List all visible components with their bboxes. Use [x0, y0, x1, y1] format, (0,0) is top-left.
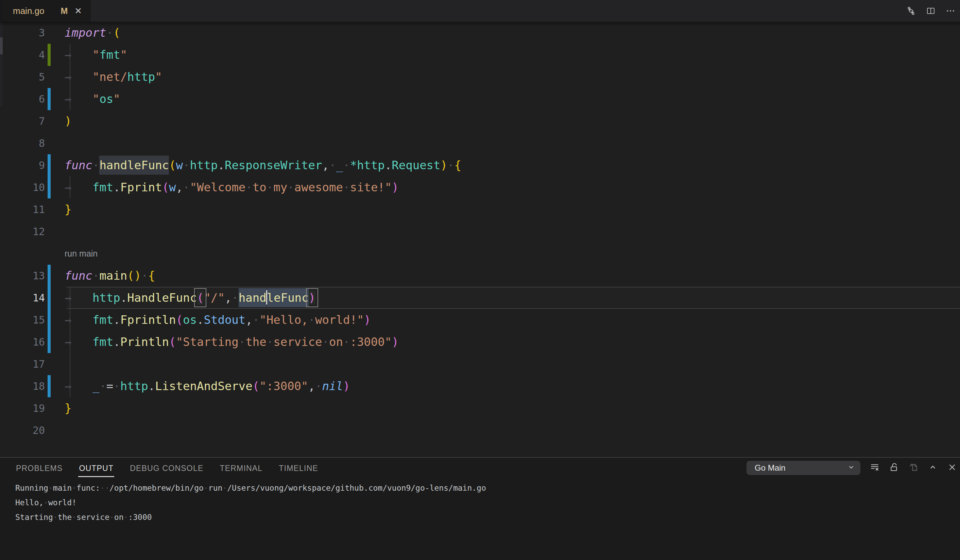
bottom-panel: PROBLEMSOUTPUTDEBUG CONSOLETERMINALTIMEL…	[0, 457, 960, 560]
output-line: Starting·the·service·on·:3000	[15, 510, 960, 525]
code-line[interactable]: 16→ fmt.Println("Starting·the·service·on…	[0, 331, 960, 353]
code-line[interactable]: 14→ http.HandleFunc("/",·handleFunc)	[0, 287, 960, 309]
output-channel-dropdown[interactable]: Go Main	[747, 461, 861, 475]
line-number[interactable]: 16	[0, 331, 45, 353]
tab-whitespace-arrow: →	[65, 313, 93, 327]
chevron-down-icon	[847, 463, 856, 473]
code-line[interactable]: 15→ fmt.Fprintln(os.Stdout,·"Hello,·worl…	[0, 309, 960, 331]
code-line[interactable]: 10→ fmt.Fprint(w,·"Welcome·to·my·awesome…	[0, 176, 960, 198]
git-modified-gutter-bar[interactable]	[48, 331, 51, 353]
line-number[interactable]: 18	[0, 375, 45, 397]
code-text: → fmt.Fprint(w,·"Welcome·to·my·awesome·s…	[45, 176, 399, 198]
panel-tab-terminal[interactable]: TERMINAL	[219, 464, 262, 473]
line-number[interactable]: 17	[0, 353, 45, 375]
code-text: → "os"	[45, 88, 120, 110]
git-modified-gutter-bar[interactable]	[48, 309, 51, 331]
panel-tab-debug-console[interactable]: DEBUG CONSOLE	[130, 464, 203, 473]
output-line: Running·main·func:··/opt/homebrew/bin/go…	[15, 481, 960, 495]
tab-whitespace-arrow: →	[65, 70, 93, 84]
codelens-run-main[interactable]: run main	[45, 243, 98, 265]
output-channel-value: Go Main	[755, 463, 847, 473]
git-modified-gutter-bar[interactable]	[48, 88, 51, 110]
line-number[interactable]: 4	[0, 44, 45, 66]
tab-whitespace-arrow: →	[65, 180, 93, 194]
editor-actions	[906, 0, 955, 22]
split-editor-icon[interactable]	[926, 6, 936, 16]
line-number[interactable]: 6	[0, 88, 45, 110]
vscode-window: main.go M ✕	[0, 0, 960, 560]
codelens-row[interactable]: run main	[0, 243, 960, 265]
line-number[interactable]: 11	[0, 198, 45, 220]
more-actions-icon[interactable]	[946, 6, 955, 16]
code-editor[interactable]: 3import·(4→ "fmt"5→ "net/http"6→ "os"7)8…	[0, 22, 960, 457]
panel-actions: Go Main	[747, 459, 957, 476]
close-icon[interactable]: ✕	[74, 6, 82, 16]
code-line[interactable]: 11}	[0, 198, 960, 220]
clear-output-icon[interactable]	[870, 462, 880, 474]
open-output-in-editor-icon[interactable]	[908, 462, 918, 474]
output-line: Hello,·world!	[15, 495, 960, 510]
code-line[interactable]: 3import·(	[0, 22, 960, 44]
code-text	[45, 419, 65, 441]
line-number[interactable]: 9	[0, 154, 45, 176]
unlock-icon[interactable]	[889, 462, 899, 474]
tab-whitespace-arrow: →	[65, 92, 93, 106]
code-text: }	[45, 198, 71, 220]
code-text: → http.HandleFunc("/",·handleFunc)	[45, 287, 315, 309]
git-modified-gutter-bar[interactable]	[48, 265, 51, 287]
code-text: → _·=·http.ListenAndServe(":3000",·nil)	[45, 375, 350, 397]
panel-tab-output[interactable]: OUTPUT	[79, 464, 114, 473]
line-number[interactable]: 3	[0, 22, 45, 44]
tab-whitespace-arrow: →	[65, 379, 93, 393]
code-line[interactable]: 19}	[0, 397, 960, 419]
line-number[interactable]: 15	[0, 309, 45, 331]
code-text: func·handleFunc(w·http.ResponseWriter,·_…	[45, 154, 461, 176]
panel-tab-problems[interactable]: PROBLEMS	[16, 464, 62, 473]
code-line[interactable]: 7)	[0, 110, 960, 132]
code-text: → "fmt"	[45, 44, 127, 66]
line-number[interactable]: 19	[0, 397, 45, 419]
close-icon[interactable]	[947, 462, 957, 474]
line-number[interactable]: 10	[0, 176, 45, 198]
chevron-up-icon[interactable]	[928, 462, 938, 474]
compare-changes-icon[interactable]	[906, 6, 916, 16]
line-number[interactable]: 12	[0, 220, 45, 243]
tab-title: main.go	[13, 6, 45, 16]
line-number[interactable]: 8	[0, 132, 45, 154]
git-modified-gutter-bar[interactable]	[48, 154, 51, 176]
tab-main-go[interactable]: main.go M ✕	[3, 0, 91, 22]
editor-tab-bar: main.go M ✕	[0, 0, 960, 22]
line-number[interactable]: 14	[0, 287, 45, 309]
code-text: → fmt.Println("Starting·the·service·on·:…	[45, 331, 399, 353]
code-line[interactable]: 12	[0, 220, 960, 243]
tab-whitespace-arrow: →	[65, 335, 93, 349]
line-number[interactable]	[0, 243, 45, 265]
code-text: }	[45, 397, 71, 419]
code-line[interactable]: 5→ "net/http"	[0, 66, 960, 88]
git-added-gutter-bar[interactable]	[48, 44, 51, 66]
git-modified-gutter-bar[interactable]	[48, 375, 51, 397]
output-log: Running·main·func:··/opt/homebrew/bin/go…	[0, 479, 960, 525]
code-line[interactable]: 17	[0, 353, 960, 375]
indent-guide	[70, 287, 70, 397]
line-number[interactable]: 20	[0, 419, 45, 441]
code-text: import·(	[45, 22, 120, 44]
code-line[interactable]: 6→ "os"	[0, 88, 960, 110]
line-number[interactable]: 13	[0, 265, 45, 287]
code-line[interactable]: 8	[0, 132, 960, 154]
code-line[interactable]: 13func·main()·{	[0, 265, 960, 287]
indent-guide	[70, 176, 70, 198]
git-modified-gutter-bar[interactable]	[48, 176, 51, 198]
code-line[interactable]: 9func·handleFunc(w·http.ResponseWriter,·…	[0, 154, 960, 176]
code-line[interactable]: 4→ "fmt"	[0, 44, 960, 66]
line-number[interactable]: 7	[0, 110, 45, 132]
tab-whitespace-arrow: →	[65, 48, 93, 62]
code-lines: 3import·(4→ "fmt"5→ "net/http"6→ "os"7)8…	[0, 22, 960, 441]
git-modified-badge: M	[61, 6, 68, 16]
line-number[interactable]: 5	[0, 66, 45, 88]
git-modified-gutter-bar[interactable]	[48, 287, 51, 309]
code-line[interactable]: 18→ _·=·http.ListenAndServe(":3000",·nil…	[0, 375, 960, 397]
panel-tab-timeline[interactable]: TIMELINE	[279, 464, 318, 473]
left-scrollbar-strip[interactable]	[0, 22, 3, 107]
code-line[interactable]: 20	[0, 419, 960, 441]
